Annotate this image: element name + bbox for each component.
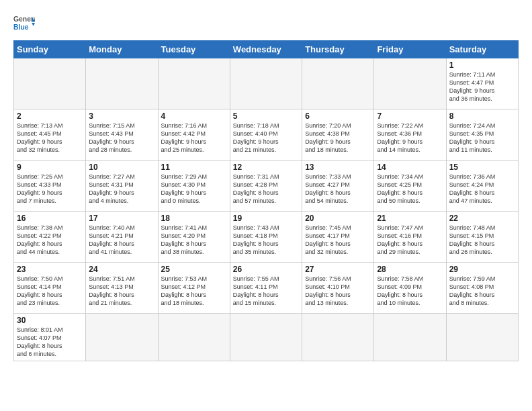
calendar-cell — [230, 58, 302, 109]
col-header-thursday: Thursday — [302, 41, 374, 58]
day-info: Sunrise: 7:22 AM Sunset: 4:36 PM Dayligh… — [377, 122, 443, 154]
calendar-header-row: SundayMondayTuesdayWednesdayThursdayFrid… — [14, 41, 519, 58]
day-number: 1 — [449, 60, 515, 70]
calendar-cell — [158, 58, 230, 109]
calendar-cell — [374, 58, 446, 109]
calendar-cell — [374, 314, 446, 361]
calendar-week-4: 23Sunrise: 7:50 AM Sunset: 4:14 PM Dayli… — [14, 263, 519, 314]
day-info: Sunrise: 7:20 AM Sunset: 4:38 PM Dayligh… — [305, 122, 371, 154]
col-header-tuesday: Tuesday — [158, 41, 230, 58]
calendar-week-5: 30Sunrise: 8:01 AM Sunset: 4:07 PM Dayli… — [14, 314, 519, 361]
calendar-week-2: 9Sunrise: 7:25 AM Sunset: 4:33 PM Daylig… — [14, 161, 519, 212]
day-number: 18 — [161, 214, 227, 223]
day-number: 19 — [233, 214, 299, 223]
day-number: 28 — [377, 265, 443, 274]
day-number: 26 — [233, 265, 299, 274]
day-number: 9 — [17, 163, 83, 172]
calendar-cell: 16Sunrise: 7:38 AM Sunset: 4:22 PM Dayli… — [14, 212, 86, 263]
day-number: 16 — [17, 214, 83, 223]
day-number: 7 — [377, 111, 443, 121]
day-number: 3 — [89, 111, 154, 121]
calendar-cell: 1Sunrise: 7:11 AM Sunset: 4:47 PM Daylig… — [446, 58, 518, 109]
calendar-cell: 3Sunrise: 7:15 AM Sunset: 4:43 PM Daylig… — [86, 109, 158, 161]
day-info: Sunrise: 7:43 AM Sunset: 4:18 PM Dayligh… — [233, 224, 299, 257]
day-info: Sunrise: 7:16 AM Sunset: 4:42 PM Dayligh… — [161, 122, 227, 154]
calendar-cell: 27Sunrise: 7:56 AM Sunset: 4:10 PM Dayli… — [302, 263, 374, 314]
calendar-cell — [14, 58, 86, 109]
col-header-sunday: Sunday — [14, 41, 86, 58]
calendar-cell: 6Sunrise: 7:20 AM Sunset: 4:38 PM Daylig… — [302, 109, 374, 161]
day-info: Sunrise: 7:58 AM Sunset: 4:09 PM Dayligh… — [377, 275, 443, 308]
header: General Blue — [13, 12, 519, 34]
calendar-cell: 8Sunrise: 7:24 AM Sunset: 4:35 PM Daylig… — [446, 109, 518, 161]
day-number: 21 — [377, 214, 443, 223]
col-header-wednesday: Wednesday — [230, 41, 302, 58]
calendar-cell: 14Sunrise: 7:34 AM Sunset: 4:25 PM Dayli… — [374, 161, 446, 212]
day-info: Sunrise: 7:48 AM Sunset: 4:15 PM Dayligh… — [449, 224, 515, 257]
calendar-cell: 15Sunrise: 7:36 AM Sunset: 4:24 PM Dayli… — [446, 161, 518, 212]
calendar-table: SundayMondayTuesdayWednesdayThursdayFrid… — [13, 40, 519, 361]
day-number: 22 — [449, 214, 515, 223]
calendar-week-0: 1Sunrise: 7:11 AM Sunset: 4:47 PM Daylig… — [14, 58, 519, 109]
day-number: 14 — [377, 163, 443, 172]
day-number: 17 — [89, 214, 154, 223]
day-number: 29 — [449, 265, 515, 274]
day-number: 2 — [17, 111, 83, 121]
day-number: 6 — [305, 111, 371, 121]
day-info: Sunrise: 8:01 AM Sunset: 4:07 PM Dayligh… — [17, 326, 83, 359]
calendar-cell: 26Sunrise: 7:55 AM Sunset: 4:11 PM Dayli… — [230, 263, 302, 314]
calendar-cell: 23Sunrise: 7:50 AM Sunset: 4:14 PM Dayli… — [14, 263, 86, 314]
day-info: Sunrise: 7:56 AM Sunset: 4:10 PM Dayligh… — [305, 275, 371, 308]
calendar-cell: 2Sunrise: 7:13 AM Sunset: 4:45 PM Daylig… — [14, 109, 86, 161]
day-number: 30 — [17, 316, 83, 325]
day-info: Sunrise: 7:47 AM Sunset: 4:16 PM Dayligh… — [377, 224, 443, 257]
calendar-cell: 21Sunrise: 7:47 AM Sunset: 4:16 PM Dayli… — [374, 212, 446, 263]
day-info: Sunrise: 7:36 AM Sunset: 4:24 PM Dayligh… — [449, 173, 515, 205]
day-info: Sunrise: 7:27 AM Sunset: 4:31 PM Dayligh… — [89, 173, 154, 205]
day-info: Sunrise: 7:24 AM Sunset: 4:35 PM Dayligh… — [449, 122, 515, 154]
calendar-cell: 4Sunrise: 7:16 AM Sunset: 4:42 PM Daylig… — [158, 109, 230, 161]
col-header-friday: Friday — [374, 41, 446, 58]
day-info: Sunrise: 7:29 AM Sunset: 4:30 PM Dayligh… — [161, 173, 227, 205]
svg-marker-3 — [32, 23, 35, 26]
day-number: 13 — [305, 163, 371, 172]
calendar-cell — [230, 314, 302, 361]
day-number: 25 — [161, 265, 227, 274]
calendar-week-3: 16Sunrise: 7:38 AM Sunset: 4:22 PM Dayli… — [14, 212, 519, 263]
calendar-cell: 11Sunrise: 7:29 AM Sunset: 4:30 PM Dayli… — [158, 161, 230, 212]
day-info: Sunrise: 7:15 AM Sunset: 4:43 PM Dayligh… — [89, 122, 154, 154]
calendar-cell: 18Sunrise: 7:41 AM Sunset: 4:20 PM Dayli… — [158, 212, 230, 263]
page: General Blue SundayMondayTuesdayWednesda… — [0, 0, 532, 368]
col-header-saturday: Saturday — [446, 41, 518, 58]
day-info: Sunrise: 7:13 AM Sunset: 4:45 PM Dayligh… — [17, 122, 83, 154]
day-number: 10 — [89, 163, 154, 172]
day-info: Sunrise: 7:11 AM Sunset: 4:47 PM Dayligh… — [449, 71, 515, 103]
calendar-cell: 7Sunrise: 7:22 AM Sunset: 4:36 PM Daylig… — [374, 109, 446, 161]
day-number: 23 — [17, 265, 83, 274]
calendar-cell — [158, 314, 230, 361]
day-info: Sunrise: 7:51 AM Sunset: 4:13 PM Dayligh… — [89, 275, 154, 308]
calendar-cell — [446, 314, 518, 361]
calendar-cell: 13Sunrise: 7:33 AM Sunset: 4:27 PM Dayli… — [302, 161, 374, 212]
calendar-cell: 9Sunrise: 7:25 AM Sunset: 4:33 PM Daylig… — [14, 161, 86, 212]
day-info: Sunrise: 7:41 AM Sunset: 4:20 PM Dayligh… — [161, 224, 227, 257]
day-number: 20 — [305, 214, 371, 223]
calendar-cell — [86, 58, 158, 109]
calendar-cell: 25Sunrise: 7:53 AM Sunset: 4:12 PM Dayli… — [158, 263, 230, 314]
calendar-cell: 28Sunrise: 7:58 AM Sunset: 4:09 PM Dayli… — [374, 263, 446, 314]
calendar-cell: 5Sunrise: 7:18 AM Sunset: 4:40 PM Daylig… — [230, 109, 302, 161]
day-info: Sunrise: 7:33 AM Sunset: 4:27 PM Dayligh… — [305, 173, 371, 205]
day-number: 15 — [449, 163, 515, 172]
day-number: 12 — [233, 163, 299, 172]
calendar-cell: 12Sunrise: 7:31 AM Sunset: 4:28 PM Dayli… — [230, 161, 302, 212]
calendar-cell: 19Sunrise: 7:43 AM Sunset: 4:18 PM Dayli… — [230, 212, 302, 263]
day-info: Sunrise: 7:18 AM Sunset: 4:40 PM Dayligh… — [233, 122, 299, 154]
calendar-cell: 24Sunrise: 7:51 AM Sunset: 4:13 PM Dayli… — [86, 263, 158, 314]
day-info: Sunrise: 7:59 AM Sunset: 4:08 PM Dayligh… — [449, 275, 515, 308]
day-number: 24 — [89, 265, 154, 274]
logo: General Blue — [13, 12, 35, 34]
calendar-cell: 29Sunrise: 7:59 AM Sunset: 4:08 PM Dayli… — [446, 263, 518, 314]
day-info: Sunrise: 7:34 AM Sunset: 4:25 PM Dayligh… — [377, 173, 443, 205]
calendar-cell: 22Sunrise: 7:48 AM Sunset: 4:15 PM Dayli… — [446, 212, 518, 263]
calendar-cell — [302, 314, 374, 361]
